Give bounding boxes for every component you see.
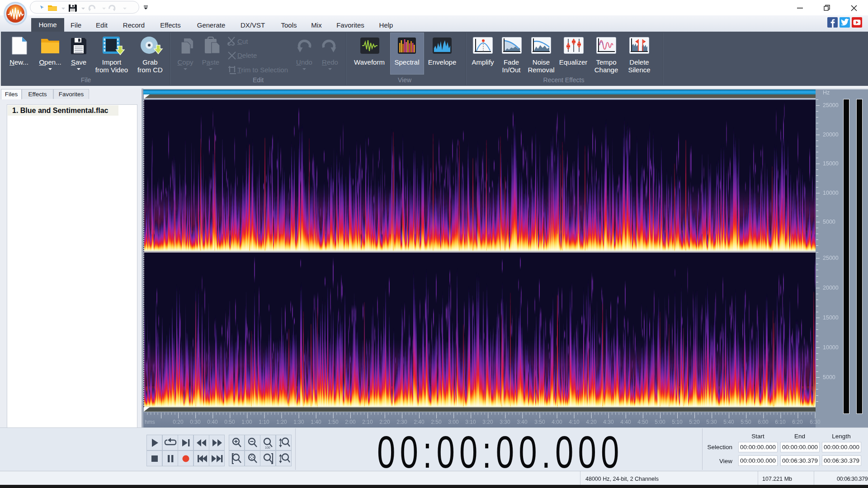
svg-text:5000: 5000 <box>823 374 835 380</box>
svg-text:5000: 5000 <box>823 219 835 225</box>
svg-text:25000: 25000 <box>823 102 839 108</box>
svg-text:10000: 10000 <box>823 344 839 351</box>
svg-text:100: 100 <box>265 446 270 449</box>
svg-text:20000: 20000 <box>823 285 839 291</box>
svg-text:Hz: Hz <box>823 89 830 96</box>
svg-text:25000: 25000 <box>823 255 839 261</box>
svg-text:20000: 20000 <box>823 131 839 138</box>
svg-text:15000: 15000 <box>823 160 839 167</box>
svg-text:15000: 15000 <box>823 314 839 321</box>
svg-text:10000: 10000 <box>823 190 839 196</box>
